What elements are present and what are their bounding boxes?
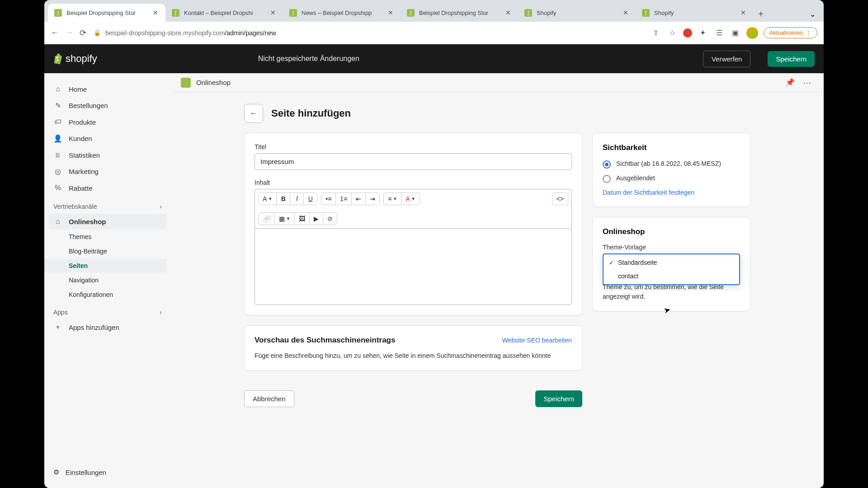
video-button[interactable]: ▶ [309, 213, 323, 225]
template-card: Onlineshop Theme-Vorlage ✓Standardseite … [592, 217, 750, 311]
nav-label: Home [69, 85, 87, 93]
nav-analytics[interactable]: ⫼Statistiken [49, 147, 166, 163]
tab-title: Shopify [537, 9, 618, 16]
browser-tab[interactable]: ∫Shopify✕ [518, 4, 636, 22]
nav-add-apps[interactable]: +Apps hinzufügen [49, 319, 166, 335]
panel-icon[interactable]: ▣ [730, 28, 741, 38]
star-icon[interactable]: ☆ [667, 28, 678, 38]
extension-opera-icon[interactable] [683, 28, 692, 38]
discard-button[interactable]: Verwerfen [703, 51, 751, 67]
reading-list-icon[interactable]: ☰ [714, 28, 725, 38]
table-button[interactable]: ▦ ▼ [274, 213, 294, 225]
browser-tab[interactable]: ∫Beispiel Dropshipping Stor✕ [48, 4, 165, 22]
chevron-right-icon[interactable]: › [160, 309, 162, 316]
numbered-list-button[interactable]: 1≡ [335, 193, 351, 205]
nav-back-icon[interactable]: ← [51, 28, 59, 38]
save-button-bottom[interactable]: Speichern [535, 390, 582, 407]
share-icon[interactable]: ⇧ [651, 28, 661, 38]
close-icon[interactable]: ✕ [269, 9, 277, 17]
analytics-icon: ⫼ [53, 151, 62, 159]
chevron-right-icon[interactable]: › [160, 203, 162, 210]
visibility-hidden-option[interactable]: Ausgeblendet [603, 174, 740, 183]
nav-customers[interactable]: 👤Kunden [49, 131, 166, 146]
content-label: Inhalt [255, 179, 572, 186]
subnav-blogposts[interactable]: Blog-Beiträge [49, 244, 166, 258]
seo-edit-link[interactable]: Website-SEO bearbeiten [502, 337, 572, 344]
content-editor[interactable] [255, 228, 572, 305]
nav-onlineshop[interactable]: ⌂Onlineshop [49, 214, 166, 229]
shopify-favicon: ∫ [524, 9, 532, 17]
save-button[interactable]: Speichern [768, 51, 815, 67]
update-button[interactable]: Aktualisieren ⋮ [764, 27, 817, 38]
tab-title: Kontakt – Beispiel Dropshi [184, 9, 265, 16]
nav-label: Kunden [69, 135, 92, 142]
address-bar[interactable]: 🔒 beispiel-dropshipping-store.myshopify.… [94, 29, 643, 37]
underline-button[interactable]: U [303, 193, 317, 205]
tab-title: Shopify [654, 9, 735, 16]
close-icon[interactable]: ✕ [740, 9, 747, 17]
visibility-visible-option[interactable]: Sichtbar (ab 16.8.2022, 08:45 MESZ) [603, 160, 740, 169]
new-tab-button[interactable]: + [753, 6, 769, 22]
align-button[interactable]: ≡ ▼ [384, 193, 401, 205]
indent-button[interactable]: ⇥ [365, 193, 379, 205]
image-button[interactable]: 🖼 [294, 213, 309, 225]
nav-orders[interactable]: ✎Bestellungen [49, 98, 166, 113]
pin-icon[interactable]: 📌 [785, 78, 795, 87]
title-input[interactable] [255, 153, 572, 170]
profile-avatar[interactable] [746, 27, 758, 39]
clear-format-button[interactable]: ⊘ [323, 213, 337, 225]
nav-marketing[interactable]: ◎Marketing [49, 164, 166, 179]
shopify-logo[interactable]: shopify [53, 53, 97, 65]
tabs-menu[interactable]: ⌄ [805, 6, 820, 22]
subnav-pages[interactable]: Seiten [44, 259, 166, 272]
subnav-themes[interactable]: Themes [49, 230, 166, 244]
nav-home[interactable]: ⌂Home [49, 81, 166, 97]
browser-tab[interactable]: ∫Kontakt – Beispiel Dropshi✕ [165, 4, 283, 22]
reload-icon[interactable]: ⟳ [80, 28, 86, 38]
cancel-button[interactable]: Abbrechen [244, 390, 294, 407]
subnav-configs[interactable]: Konfigurationen [49, 288, 166, 301]
browser-tab[interactable]: ∫News – Beispiel Dropshipp✕ [283, 4, 401, 22]
tab-title: Beispiel Dropshipping Stor [419, 9, 500, 16]
close-icon[interactable]: ✕ [505, 9, 512, 17]
seo-title: Vorschau des Suchmaschineneintrags [255, 336, 395, 345]
browser-tab[interactable]: ∫Beispiel Dropshipping Stor✕ [401, 4, 518, 22]
shopify-favicon: ∫ [54, 9, 62, 17]
tab-title: Beispiel Dropshipping Stor [66, 9, 147, 16]
format-button[interactable]: A ▼ [259, 193, 276, 205]
code-view-button[interactable]: <> [552, 193, 568, 205]
nav-settings[interactable]: ⚙Einstellungen [49, 465, 166, 480]
products-icon: 🏷 [53, 118, 62, 126]
bullet-list-button[interactable]: •≡ [321, 193, 335, 205]
link-button[interactable]: 🔗 [259, 213, 274, 225]
extensions-icon[interactable]: ✦ [698, 28, 708, 38]
set-visibility-date-link[interactable]: Datum der Sichtbarkeit festlegen [603, 189, 694, 196]
marketing-icon: ◎ [53, 167, 62, 176]
nav-discounts[interactable]: %Rabatte [49, 180, 166, 196]
orders-icon: ✎ [53, 101, 62, 110]
dropdown-option[interactable]: contact [603, 269, 740, 283]
italic-button[interactable]: I [290, 193, 303, 205]
color-button[interactable]: A ▼ [401, 193, 419, 205]
bold-button[interactable]: B [276, 193, 290, 205]
plus-icon: + [53, 323, 62, 331]
more-icon[interactable]: ⋯ [800, 78, 814, 88]
dropdown-option[interactable]: ✓Standardseite [603, 256, 740, 269]
browser-tabbar: ∫Beispiel Dropshipping Stor✕ ∫Kontakt – … [44, 0, 824, 22]
nav-label: Statistiken [69, 151, 100, 159]
nav-forward-icon[interactable]: → [65, 28, 73, 38]
onlineshop-title: Onlineshop [603, 227, 740, 236]
close-icon[interactable]: ✕ [387, 9, 394, 17]
browser-tab[interactable]: ∫Shopify✕ [636, 4, 753, 22]
nav-products[interactable]: 🏷Produkte [49, 114, 166, 130]
page-form-card: Titel Inhalt A ▼ B I U [244, 133, 582, 315]
main-content: Onlineshop 📌 ⋯ ← Seite hinzufügen Titel … [171, 73, 824, 488]
outdent-button[interactable]: ⇤ [351, 193, 365, 205]
close-icon[interactable]: ✕ [622, 9, 629, 17]
url-text: beispiel-dropshipping-store.myshopify.co… [105, 29, 276, 37]
nav-label: Marketing [69, 168, 99, 175]
back-button[interactable]: ← [244, 104, 263, 123]
channel-label: Onlineshop [196, 79, 231, 86]
close-icon[interactable]: ✕ [152, 9, 159, 17]
subnav-navigation[interactable]: Navigation [49, 273, 166, 287]
